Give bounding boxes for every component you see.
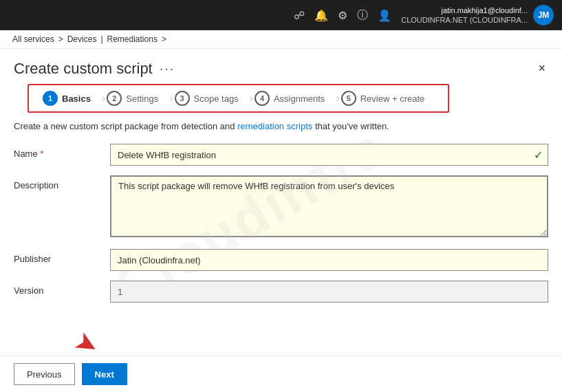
user-settings-icon[interactable]: 👤: [378, 9, 391, 22]
step-sep-3: ›: [250, 92, 253, 105]
tab-basics[interactable]: 1 Basics: [43, 85, 100, 111]
tab-assignments[interactable]: 4 Assignments: [255, 85, 334, 111]
step-sep-1: ›: [102, 92, 105, 105]
name-check-icon: ✓: [534, 149, 543, 162]
tab-review-create[interactable]: 5 Review + create: [341, 85, 435, 111]
description-textarea[interactable]: This script package will remove WHfB reg…: [110, 175, 548, 237]
top-navigation-bar: ☍ 🔔 ⚙ ⓘ 👤 jatin.makhija1@cloudinf... CLO…: [0, 0, 562, 30]
version-label: Version: [14, 281, 96, 296]
publisher-label: Publisher: [14, 249, 96, 264]
form-body: Name * ✓ Description This script package…: [0, 137, 562, 356]
help-icon[interactable]: ⓘ: [357, 8, 368, 23]
breadcrumb-remediations[interactable]: Remediations: [107, 34, 158, 44]
step-sep-2: ›: [169, 92, 173, 105]
publisher-input[interactable]: [110, 249, 548, 271]
user-info: jatin.makhija1@cloudinf... CLOUDINFRA.NE…: [401, 6, 528, 25]
panel-header: Create custom script ··· ×: [0, 49, 562, 84]
breadcrumb-sep1: >: [58, 34, 63, 44]
name-row: Name * ✓: [14, 144, 548, 166]
user-profile[interactable]: jatin.makhija1@cloudinf... CLOUDINFRA.NE…: [401, 5, 554, 25]
name-input-wrapper: ✓: [110, 144, 548, 166]
user-org: CLOUDINFRA.NET (CLOUDINFRA...: [401, 15, 528, 25]
step-circle-3: 3: [175, 91, 190, 106]
main-panel: Cloudinfra All services > Devices | Reme…: [0, 30, 562, 392]
settings-icon[interactable]: ⚙: [338, 9, 347, 22]
step-label-review-create: Review + create: [360, 94, 425, 104]
step-label-scope-tags: Scope tags: [194, 94, 239, 104]
description-row: Description This script package will rem…: [14, 175, 548, 239]
step-label-basics: Basics: [62, 94, 91, 104]
previous-button[interactable]: Previous: [14, 363, 75, 385]
breadcrumb-devices[interactable]: Devices: [67, 34, 97, 44]
step-circle-4: 4: [255, 91, 270, 106]
remediation-scripts-link[interactable]: remediation scripts: [237, 121, 312, 131]
breadcrumb-sep2: >: [162, 34, 166, 44]
page-title: Create custom script: [14, 60, 153, 78]
version-input[interactable]: [110, 281, 548, 303]
avatar[interactable]: JM: [533, 5, 554, 25]
breadcrumb-pipe: |: [100, 34, 102, 44]
step-sep-4: ›: [336, 92, 339, 105]
name-input[interactable]: [110, 144, 548, 166]
publisher-row: Publisher: [14, 249, 548, 271]
notification-icon[interactable]: 🔔: [314, 9, 328, 22]
panel-footer: ➤ Previous Next: [0, 356, 562, 392]
step-label-settings: Settings: [126, 94, 158, 104]
publisher-field: [110, 249, 548, 271]
name-label: Name *: [14, 144, 96, 159]
step-label-assignments: Assignments: [274, 94, 325, 104]
breadcrumb-all-services[interactable]: All services: [12, 34, 54, 44]
publisher-input-wrapper: [110, 249, 548, 271]
next-button[interactable]: Next: [82, 363, 127, 385]
step-circle-2: 2: [107, 91, 122, 106]
breadcrumb: All services > Devices | Remediations >: [0, 30, 562, 49]
user-email: jatin.makhija1@cloudinf...: [441, 6, 528, 15]
tab-scope-tags[interactable]: 3 Scope tags: [175, 85, 248, 111]
description-label: Description: [14, 175, 96, 190]
version-row: Version: [14, 281, 548, 303]
close-button[interactable]: ×: [535, 58, 548, 78]
step-circle-1: 1: [43, 91, 58, 106]
name-required: *: [40, 149, 43, 159]
steps-container: 1 Basics › 2 Settings › 3 Scope tags › 4…: [0, 84, 562, 113]
steps-bar: 1 Basics › 2 Settings › 3 Scope tags › 4…: [28, 84, 449, 113]
feedback-icon[interactable]: ☍: [294, 9, 305, 22]
panel-title-group: Create custom script ···: [14, 60, 175, 78]
form-description: Create a new custom script package from …: [0, 116, 562, 137]
topbar-icons: ☍ 🔔 ⚙ ⓘ 👤: [294, 8, 391, 23]
version-input-wrapper: [110, 281, 548, 303]
step-circle-5: 5: [341, 91, 356, 106]
panel-more-options[interactable]: ···: [160, 61, 175, 76]
description-field: This script package will remove WHfB reg…: [110, 175, 548, 239]
name-field: ✓: [110, 144, 548, 166]
version-field: [110, 281, 548, 303]
tab-settings[interactable]: 2 Settings: [107, 85, 168, 111]
